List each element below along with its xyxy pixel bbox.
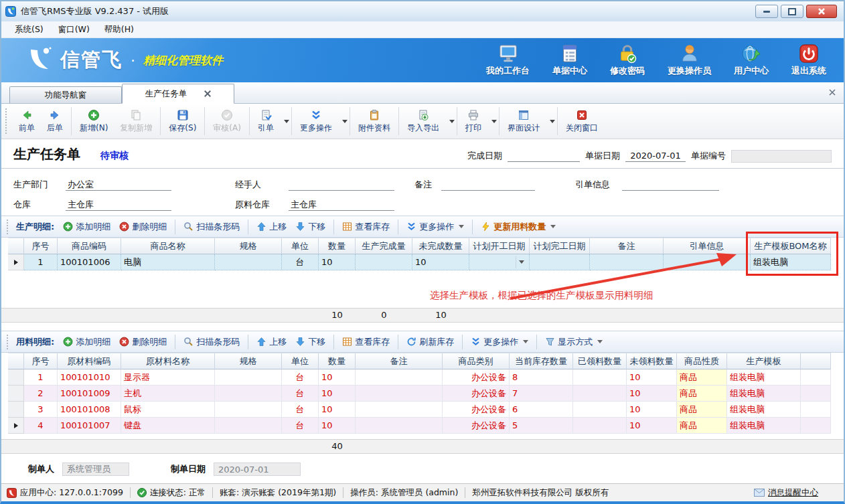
column-header[interactable]: 数量 bbox=[319, 238, 356, 254]
cell-spec[interactable] bbox=[215, 386, 282, 402]
display-mode-button[interactable]: 显示方式 bbox=[542, 335, 605, 349]
material-warehouse-field[interactable]: 主仓库 bbox=[289, 199, 394, 211]
move-up-button[interactable]: 上移 bbox=[254, 220, 289, 234]
restore-button[interactable] bbox=[781, 5, 803, 18]
cell-material-code[interactable]: 100101010 bbox=[58, 369, 121, 386]
more-operations-button[interactable]: 更多操作 bbox=[404, 220, 467, 234]
column-header[interactable]: 商品类别 bbox=[443, 353, 510, 369]
cell-stock-qty[interactable]: 8 bbox=[510, 369, 573, 386]
import-export-button[interactable]: 导入导出 bbox=[401, 107, 445, 136]
cell-remark[interactable] bbox=[356, 369, 443, 386]
column-header[interactable]: 单位 bbox=[282, 353, 319, 369]
banner-action-change-password[interactable]: 修改密码 bbox=[610, 44, 645, 77]
column-header[interactable]: 计划完工日期 bbox=[530, 238, 590, 254]
column-header[interactable]: 生产模板BOM名称 bbox=[751, 238, 831, 254]
cell-category[interactable]: 办公设备 bbox=[443, 402, 510, 418]
cell-qty[interactable]: 10 bbox=[319, 402, 356, 418]
doc-date-field[interactable]: 2020-07-01 bbox=[625, 151, 686, 162]
cell-spec[interactable] bbox=[215, 402, 282, 418]
cell-qty[interactable]: 10 bbox=[319, 369, 356, 386]
cell-qty[interactable]: 10 bbox=[319, 386, 356, 402]
add-new-button[interactable]: 新增(N) bbox=[74, 107, 114, 136]
menu-system[interactable]: 系统(S) bbox=[8, 23, 50, 37]
cell-material-name[interactable]: 鼠标 bbox=[121, 402, 215, 418]
ref-info-field[interactable] bbox=[622, 179, 719, 191]
column-header[interactable]: 数量 bbox=[319, 353, 356, 369]
move-down-button[interactable]: 下移 bbox=[293, 220, 328, 234]
delete-row-button[interactable]: 删除明细 bbox=[117, 335, 169, 349]
cell-picked-qty[interactable] bbox=[573, 386, 627, 402]
dropdown-caret-icon[interactable] bbox=[284, 120, 289, 123]
column-header[interactable]: 已领料数量 bbox=[573, 353, 627, 369]
date-dropdown-button[interactable] bbox=[516, 256, 526, 268]
cell-remark[interactable] bbox=[356, 402, 443, 418]
attachments-button[interactable]: 附件资料 bbox=[352, 107, 396, 136]
menu-window[interactable]: 窗口(W) bbox=[52, 23, 96, 37]
column-header[interactable]: 规格 bbox=[215, 353, 282, 369]
banner-action-switch-operator[interactable]: 更换操作员 bbox=[668, 44, 711, 77]
column-header[interactable]: 商品性质 bbox=[677, 353, 727, 369]
cell-category[interactable]: 办公设备 bbox=[443, 369, 510, 386]
column-header[interactable]: 生产模板 bbox=[727, 353, 801, 369]
cell-plan-finish-date[interactable] bbox=[530, 254, 590, 270]
close-window-button[interactable]: 关闭窗口 bbox=[560, 107, 604, 136]
add-row-button[interactable]: 添加明细 bbox=[60, 335, 113, 349]
cell-template[interactable]: 组装电脑 bbox=[727, 369, 801, 386]
update-material-qty-button[interactable]: 更新用料数量 bbox=[478, 220, 558, 234]
more-actions-button[interactable]: 更多操作 bbox=[294, 107, 338, 136]
cell-ref-info[interactable] bbox=[664, 254, 751, 270]
cell-category[interactable]: 办公设备 bbox=[443, 418, 510, 434]
dropdown-caret-icon[interactable] bbox=[491, 120, 497, 123]
cell-unpicked-qty[interactable]: 10 bbox=[627, 386, 677, 402]
finish-date-field[interactable] bbox=[508, 151, 580, 162]
column-header[interactable]: 当前库存数量 bbox=[510, 353, 573, 369]
cell-seq[interactable]: 3 bbox=[24, 402, 58, 418]
cell-seq[interactable]: 1 bbox=[24, 254, 58, 270]
banner-action-user-center[interactable]: 用户中心 bbox=[734, 44, 769, 77]
cell-bom-template[interactable]: 组装电脑 bbox=[751, 254, 831, 270]
copy-new-button[interactable]: 复制新增 bbox=[114, 107, 158, 136]
cell-picked-qty[interactable] bbox=[573, 402, 627, 418]
column-header[interactable]: 备注 bbox=[356, 353, 443, 369]
cell-unit[interactable]: 台 bbox=[282, 369, 319, 386]
warehouse-field[interactable]: 主仓库 bbox=[66, 199, 171, 211]
scan-barcode-button[interactable]: 扫描条形码 bbox=[181, 335, 242, 349]
view-stock-button[interactable]: 查看库存 bbox=[339, 220, 392, 234]
banner-action-exit[interactable]: 退出系统 bbox=[791, 44, 826, 77]
cell-template[interactable]: 组装电脑 bbox=[727, 386, 801, 402]
menu-help[interactable]: 帮助(H) bbox=[98, 23, 141, 37]
cell-unpicked-qty[interactable]: 10 bbox=[627, 418, 677, 434]
message-center-link[interactable]: 消息提醒中心 bbox=[754, 487, 818, 499]
cell-unpicked-qty[interactable]: 10 bbox=[627, 402, 677, 418]
column-header[interactable]: 原材料编码 bbox=[58, 353, 121, 369]
column-header[interactable]: 未完成数量 bbox=[412, 238, 469, 254]
cell-material-code[interactable]: 100101009 bbox=[58, 386, 121, 402]
cell-unit[interactable]: 台 bbox=[282, 418, 319, 434]
tab-production-order[interactable]: 生产任务单 bbox=[122, 84, 234, 104]
save-button[interactable]: 保存(S) bbox=[163, 107, 202, 136]
move-up-button[interactable]: 上移 bbox=[254, 335, 289, 349]
cell-material-code[interactable]: 100101008 bbox=[58, 402, 121, 418]
cell-qty[interactable]: 10 bbox=[319, 418, 356, 434]
cell-stock-qty[interactable]: 7 bbox=[510, 386, 573, 402]
cell-seq[interactable]: 2 bbox=[24, 386, 58, 402]
cell-product-code[interactable]: 100101006 bbox=[58, 254, 121, 270]
cell-remark[interactable] bbox=[590, 254, 664, 270]
minimize-button[interactable] bbox=[755, 5, 778, 18]
cell-remaining-qty[interactable]: 10 bbox=[412, 254, 469, 270]
pull-doc-button[interactable]: 引单 bbox=[252, 107, 280, 136]
column-header[interactable]: 序号 bbox=[24, 238, 58, 254]
cell-remark[interactable] bbox=[356, 418, 443, 434]
column-header[interactable]: 商品编码 bbox=[58, 238, 121, 254]
cell-spec[interactable] bbox=[215, 254, 282, 270]
cell-template[interactable]: 组装电脑 bbox=[727, 402, 801, 418]
dropdown-caret-icon[interactable] bbox=[550, 120, 555, 123]
scan-barcode-button[interactable]: 扫描条形码 bbox=[181, 220, 242, 234]
audit-button[interactable]: 审核(A) bbox=[207, 107, 247, 136]
ui-design-button[interactable]: 界面设计 bbox=[502, 107, 546, 136]
cell-material-name[interactable]: 主机 bbox=[121, 386, 215, 402]
prev-doc-button[interactable]: 前单 bbox=[13, 107, 41, 136]
cell-unpicked-qty[interactable]: 10 bbox=[627, 369, 677, 386]
column-header[interactable]: 生产完成量 bbox=[356, 238, 412, 254]
cell-material-name[interactable]: 显示器 bbox=[121, 369, 215, 386]
